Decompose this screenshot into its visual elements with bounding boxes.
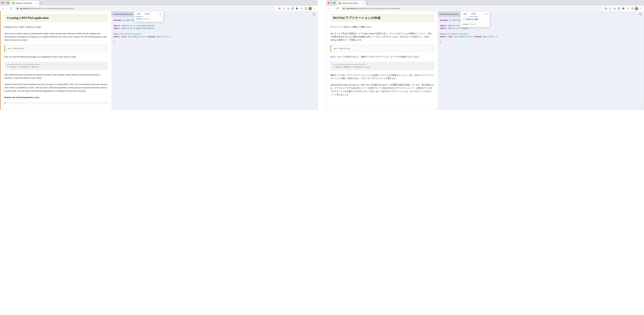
command-block: mvn liberty:dev xyxy=(330,45,434,52)
translate-tabs: 英語 日本語 ⋮ ✕ xyxy=(460,11,490,17)
translate-branding: Google Translate xyxy=(134,17,163,22)
window-controls xyxy=(1,2,9,4)
paragraph: dev モードと呼ばれる開発モードで Open Liberty を実行すると、サ… xyxy=(330,32,434,42)
paragraph: ディレクトリ start に移動して開始します。 xyxy=(330,25,434,29)
translate-tab-english[interactable]: 英語 xyxy=(462,11,469,17)
bookmark-star-icon[interactable] xyxy=(613,7,616,10)
article-column: Creating a RESTful application Navigate … xyxy=(0,11,111,110)
paragraph: When you run Open Liberty in development… xyxy=(4,32,108,42)
translate-icon[interactable] xyxy=(604,7,608,10)
browser-window-left: ol Building a simple RESTful Java × + op… xyxy=(0,0,318,110)
svg-rect-9 xyxy=(314,14,315,15)
inline-code: start xyxy=(18,26,25,28)
back-button[interactable] xyxy=(1,7,5,10)
url-text: openliberty.io/guides/rest-intro.html#cr… xyxy=(20,7,74,9)
code-tab[interactable]: SystemApplication.java xyxy=(438,11,461,17)
address-bar[interactable]: openliberty.io/guides/rest-intro.html#cr… xyxy=(341,6,602,11)
toolbar-actions xyxy=(278,7,316,10)
new-tab-button[interactable]: + xyxy=(40,1,42,4)
svg-point-8 xyxy=(314,9,315,9)
side-panel-icon[interactable] xyxy=(304,7,308,10)
url-text: openliberty.io/guides/rest-intro.html#cr… xyxy=(346,7,400,9)
svg-rect-4 xyxy=(305,7,307,9)
translate-tab-english[interactable]: 英語 xyxy=(135,11,142,17)
svg-point-7 xyxy=(314,8,315,9)
extensions-icon[interactable] xyxy=(295,7,299,10)
translate-popup: 英語 日本語 ⋮ ✕ 英語を常に翻訳 Google Translate xyxy=(460,11,490,27)
maximize-window-button[interactable] xyxy=(7,2,9,4)
evernote-extension-icon[interactable] xyxy=(291,7,294,10)
close-window-button[interactable] xyxy=(328,2,330,4)
translate-tab-japanese[interactable]: 日本語 xyxy=(143,11,152,17)
back-button[interactable] xyxy=(328,7,331,10)
favicon-icon: ol xyxy=(338,2,341,4)
share-icon[interactable] xyxy=(608,7,612,10)
command-block: mvn liberty:dev xyxy=(4,45,108,52)
svg-marker-0 xyxy=(287,7,289,9)
favicon-icon: ol xyxy=(12,2,14,4)
always-translate-checkbox[interactable] xyxy=(462,18,464,20)
forward-button[interactable] xyxy=(6,7,9,10)
paragraph: After you see the following message, you… xyxy=(4,55,108,58)
copy-button[interactable] xyxy=(638,12,642,16)
log-block: ********************************* Libert… xyxy=(330,62,434,70)
svg-rect-19 xyxy=(640,14,641,15)
new-tab-button[interactable]: + xyxy=(366,1,368,4)
log-block: ********************************* Libert… xyxy=(4,62,108,70)
inline-code: start xyxy=(343,26,350,28)
translate-close-button[interactable]: ✕ xyxy=(159,13,162,15)
svg-rect-14 xyxy=(631,7,633,9)
always-translate-row[interactable]: 英語を常に翻訳 xyxy=(460,17,490,22)
close-tab-button[interactable]: × xyxy=(36,2,37,4)
paragraph: 開発モードでは、コマンドライン セッションを保持してファイルの変更をリッスンしま… xyxy=(330,74,434,80)
copy-button[interactable] xyxy=(312,12,316,16)
lock-icon xyxy=(343,7,345,9)
forward-button[interactable] xyxy=(332,7,335,10)
minimize-window-button[interactable] xyxy=(4,2,6,4)
bookmark-star-icon[interactable] xyxy=(286,7,290,10)
translate-close-button[interactable]: ✕ xyxy=(485,13,488,15)
chrome-menu-icon[interactable] xyxy=(639,7,643,10)
translate-icon[interactable] xyxy=(278,7,281,10)
translate-popup: 英語 日本語 ⋮ ✕ Google Translate xyxy=(134,11,163,22)
paragraph: Jakarta Restful Web Services は、REST API … xyxy=(330,83,434,96)
browser-tab[interactable]: ol Jakarta Restful Web サービス ( × xyxy=(337,1,365,6)
side-panel-icon[interactable] xyxy=(630,7,634,10)
translate-tab-japanese[interactable]: 日本語 xyxy=(469,11,478,17)
paragraph: 次のメッセージが表示されたら、開発モードのアプリケーション サーバーの準備ができ… xyxy=(330,55,434,58)
code-block-partial xyxy=(4,102,108,104)
paragraph: Replace the SystemApplication class. xyxy=(4,96,108,99)
address-bar[interactable]: openliberty.io/guides/rest-intro.html#cr… xyxy=(15,6,276,11)
browser-tab[interactable]: ol Building a simple RESTful Java × xyxy=(10,1,39,6)
maximize-window-button[interactable] xyxy=(334,2,335,4)
share-icon[interactable] xyxy=(282,7,286,10)
svg-marker-10 xyxy=(614,7,616,9)
extensions-icon[interactable] xyxy=(622,7,625,10)
chrome-menu-icon[interactable] xyxy=(313,7,316,10)
article-column: RESTful アプリケーションの作成 ディレクトリ start に移動して開始… xyxy=(326,11,438,110)
page-content: Creating a RESTful application Navigate … xyxy=(0,11,318,110)
close-window-button[interactable] xyxy=(1,2,3,4)
code-tab[interactable]: SystemApplication.java xyxy=(111,11,134,17)
page-content: RESTful アプリケーションの作成 ディレクトリ start に移動して開始… xyxy=(326,11,644,110)
paragraph: Jakarta Restful Web Services defines two… xyxy=(4,83,108,93)
tab-title: Building a simple RESTful Java xyxy=(16,2,35,4)
profile-avatar[interactable] xyxy=(635,7,638,10)
tab-title: Jakarta Restful Web サービス ( xyxy=(342,2,361,4)
browser-toolbar: openliberty.io/guides/rest-intro.html#cr… xyxy=(326,6,644,11)
reading-list-icon[interactable] xyxy=(300,7,303,10)
translate-menu-icon[interactable]: ⋮ xyxy=(155,13,158,15)
profile-avatar[interactable] xyxy=(308,7,312,10)
translate-branding: Google Translate xyxy=(460,22,490,27)
titlebar: ol Building a simple RESTful Java × + xyxy=(0,0,318,6)
minimize-window-button[interactable] xyxy=(331,2,332,4)
evernote-extension-icon[interactable] xyxy=(617,7,621,10)
code-pane: SystemApplication.java 英語 日本語 ⋮ ✕ 英語を常に翻… xyxy=(438,11,644,110)
reload-button[interactable] xyxy=(336,7,340,10)
reading-list-icon[interactable] xyxy=(626,7,630,10)
code-pane: SystemApplication.java 英語 日本語 ⋮ ✕ Google… xyxy=(111,11,318,110)
reload-button[interactable] xyxy=(10,7,13,10)
close-tab-button[interactable]: × xyxy=(362,2,364,4)
page-title: Creating a RESTful application xyxy=(4,14,108,22)
translate-menu-icon[interactable]: ⋮ xyxy=(482,13,485,15)
